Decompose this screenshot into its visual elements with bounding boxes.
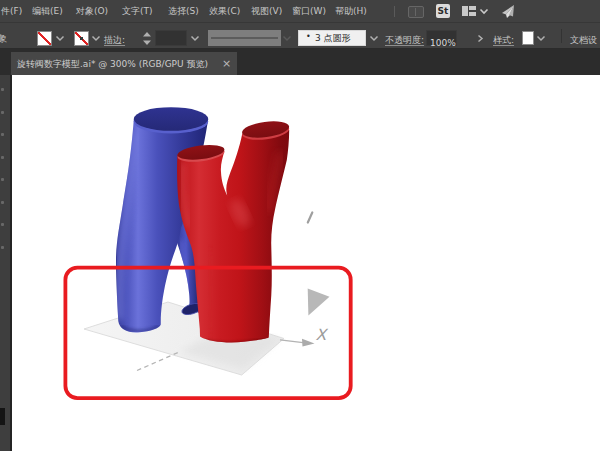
left-toolbar-edge[interactable]	[0, 75, 12, 451]
fill-chevron-icon[interactable]	[55, 35, 65, 42]
control-bar: 象 描边: • 3 点圆形 不透明度: 100% 样式: 文档设	[0, 22, 600, 49]
width-profile-preview	[211, 37, 278, 39]
arrange-divider	[415, 8, 416, 16]
selection-label-fragment: 象	[0, 32, 7, 46]
none-slash-icon	[38, 32, 51, 45]
stroke-label[interactable]: 描边:	[104, 34, 125, 47]
x-axis-label: X	[316, 326, 329, 344]
document-tab[interactable]: 旋转阀数字模型.ai* @ 300% (RGB/GPU 预览) ×	[11, 52, 237, 75]
stroke-none-swatch[interactable]	[74, 31, 89, 46]
stroke-chevron-icon[interactable]	[91, 35, 101, 42]
tool-icon-fragment	[1, 156, 4, 159]
tool-icon-fragment	[1, 111, 4, 114]
stroke-weight-stepper[interactable]	[143, 32, 151, 45]
menubar-separator	[394, 6, 395, 17]
x-axis-line	[280, 340, 303, 343]
workspace-switcher-icon[interactable]	[462, 6, 476, 16]
document-setup-button[interactable]: 文档设	[570, 34, 597, 47]
blue-cap	[134, 107, 208, 131]
share-icon[interactable]	[500, 4, 516, 19]
tick-slash	[308, 213, 313, 223]
tool-icon-fragment	[1, 246, 4, 249]
adobe-stock-icon[interactable]: St	[436, 4, 450, 18]
width-profile-dropdown[interactable]	[208, 30, 281, 46]
menu-type[interactable]: 文字(T)	[122, 5, 153, 18]
tool-icon-fragment	[1, 88, 4, 91]
document-tab-title: 旋转阀数字模型.ai* @ 300% (RGB/GPU 预览)	[17, 58, 208, 71]
menu-effect[interactable]: 效果(C)	[209, 5, 240, 18]
stroke-weight-chevron-icon[interactable]	[190, 35, 200, 42]
menu-bar: 件(F) 编辑(E) 对象(O) 文字(T) 选择(S) 效果(C) 视图(V)…	[0, 0, 600, 22]
arrange-documents-icon[interactable]	[408, 6, 424, 18]
menu-window[interactable]: 窗口(W)	[292, 5, 326, 18]
opacity-expand-icon[interactable]	[477, 34, 484, 43]
controlbar-separator	[561, 29, 562, 43]
tool-icon-fragment-dark	[0, 408, 5, 425]
menu-view[interactable]: 视图(V)	[251, 5, 282, 18]
menu-object[interactable]: 对象(O)	[76, 5, 108, 18]
tool-icon-fragment	[1, 201, 4, 204]
opacity-label[interactable]: 不透明度:	[385, 34, 424, 47]
width-profile-chevron-icon[interactable]	[282, 35, 292, 42]
axis-widget: X	[280, 213, 330, 347]
style-label[interactable]: 样式:	[493, 34, 514, 47]
opacity-value: 100%	[427, 38, 456, 48]
brush-name: 3 点圆形	[315, 31, 351, 45]
stroke-indicator-dot	[80, 37, 83, 40]
stroke-weight-field[interactable]	[155, 30, 187, 46]
menu-file[interactable]: 件(F)	[1, 5, 22, 18]
style-swatch[interactable]	[522, 31, 534, 45]
menu-select[interactable]: 选择(S)	[168, 5, 199, 18]
style-chevron-icon[interactable]	[536, 35, 546, 42]
chevron-down-icon[interactable]	[479, 8, 489, 15]
brush-definition-dropdown[interactable]: • 3 点圆形	[298, 30, 366, 46]
tool-icon-fragment	[1, 133, 4, 136]
x-axis-arrowhead	[302, 339, 315, 347]
document-tab-bar: 旋转阀数字模型.ai* @ 300% (RGB/GPU 预览) ×	[0, 49, 600, 75]
fill-none-swatch[interactable]	[37, 31, 52, 46]
play-triangle-icon	[308, 289, 330, 316]
menu-help[interactable]: 帮助(H)	[335, 5, 367, 18]
tool-icon-fragment	[1, 178, 4, 181]
brush-preview-dot: •	[306, 30, 311, 44]
dashed-axis-line	[137, 353, 178, 371]
tool-icon-fragment	[1, 223, 4, 226]
menu-edit[interactable]: 编辑(E)	[32, 5, 63, 18]
brush-chevron-icon[interactable]	[369, 35, 379, 42]
opacity-field[interactable]: 100%	[426, 30, 457, 46]
tab-close-icon[interactable]: ×	[222, 57, 231, 70]
